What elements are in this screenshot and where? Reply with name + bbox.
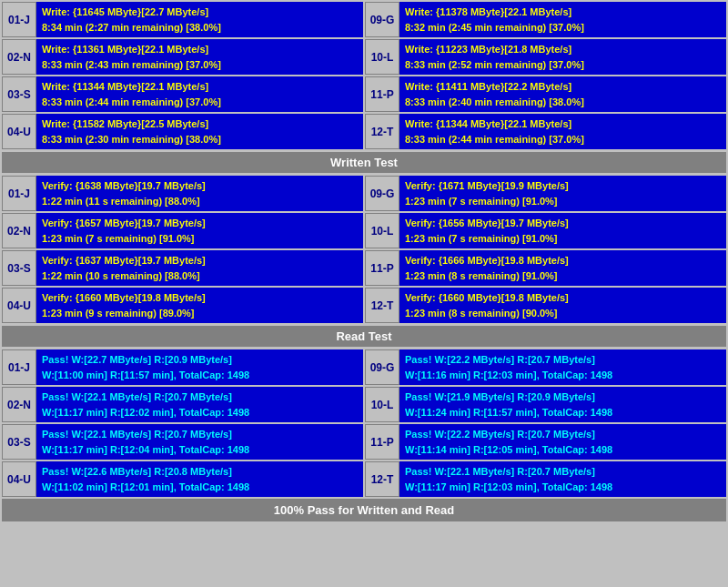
left-label-1: 02-N [2, 213, 36, 248]
right-label-1: 10-L [365, 213, 399, 248]
left-content-0: Write: {11645 MByte}[22.7 MByte/s]8:34 m… [36, 2, 363, 37]
right-content-2: Write: {11411 MByte}[22.2 MByte/s]8:33 m… [399, 76, 726, 112]
left-cell-0: 01-JVerify: {1638 MByte}[19.7 MByte/s]1:… [2, 176, 363, 211]
grid-row-1: 02-NWrite: {11361 MByte}[22.1 MByte/s]8:… [2, 39, 726, 75]
left-label-2: 03-S [2, 424, 36, 460]
left-label-1: 02-N [2, 387, 36, 422]
left-cell-0: 01-JPass! W:[22.7 MByte/s] R:[20.9 MByte… [2, 349, 363, 385]
right-cell-1: 10-LVerify: {1656 MByte}[19.7 MByte/s]1:… [365, 213, 726, 248]
write-section: 01-JWrite: {11645 MByte}[22.7 MByte/s]8:… [2, 2, 726, 149]
grid-row-0: 01-JWrite: {11645 MByte}[22.7 MByte/s]8:… [2, 2, 726, 37]
right-content-3: Pass! W:[22.1 MByte/s] R:[20.7 MByte/s]W… [399, 461, 726, 497]
right-content-3: Write: {11344 MByte}[22.1 MByte/s]8:33 m… [399, 114, 726, 149]
right-label-3: 12-T [365, 288, 399, 323]
right-content-2: Pass! W:[22.2 MByte/s] R:[20.7 MByte/s]W… [399, 424, 726, 460]
left-content-0: Verify: {1638 MByte}[19.7 MByte/s]1:22 m… [36, 176, 363, 211]
left-content-3: Pass! W:[22.6 MByte/s] R:[20.8 MByte/s]W… [36, 461, 363, 497]
left-label-0: 01-J [2, 2, 36, 37]
grid-row-2: 03-SPass! W:[22.1 MByte/s] R:[20.7 MByte… [2, 424, 726, 460]
read-test-header: Read Test [2, 326, 726, 347]
left-label-3: 04-U [2, 288, 36, 323]
left-content-2: Pass! W:[22.1 MByte/s] R:[20.7 MByte/s]W… [36, 424, 363, 460]
right-label-2: 11-P [365, 76, 399, 112]
left-label-2: 03-S [2, 76, 36, 112]
right-label-1: 10-L [365, 387, 399, 422]
right-cell-2: 11-PWrite: {11411 MByte}[22.2 MByte/s]8:… [365, 76, 726, 112]
right-cell-0: 09-GWrite: {11378 MByte}[22.1 MByte/s]8:… [365, 2, 726, 37]
grid-row-1: 02-NVerify: {1657 MByte}[19.7 MByte/s]1:… [2, 213, 726, 248]
left-label-3: 04-U [2, 461, 36, 497]
main-container: 01-JWrite: {11645 MByte}[22.7 MByte/s]8:… [0, 0, 728, 523]
pass-section: 01-JPass! W:[22.7 MByte/s] R:[20.9 MByte… [2, 349, 726, 497]
left-cell-3: 04-UPass! W:[22.6 MByte/s] R:[20.8 MByte… [2, 461, 363, 497]
left-label-0: 01-J [2, 176, 36, 211]
right-label-2: 11-P [365, 424, 399, 460]
right-label-0: 09-G [365, 349, 399, 385]
footer-bar: 100% Pass for Written and Read [2, 499, 726, 521]
right-cell-3: 12-TVerify: {1660 MByte}[19.8 MByte/s]1:… [365, 288, 726, 323]
grid-row-3: 04-UWrite: {11582 MByte}[22.5 MByte/s]8:… [2, 114, 726, 149]
grid-row-3: 04-UVerify: {1660 MByte}[19.8 MByte/s]1:… [2, 288, 726, 323]
right-content-1: Verify: {1656 MByte}[19.7 MByte/s]1:23 m… [399, 213, 726, 248]
left-cell-2: 03-SVerify: {1637 MByte}[19.7 MByte/s]1:… [2, 250, 363, 286]
left-content-1: Verify: {1657 MByte}[19.7 MByte/s]1:23 m… [36, 213, 363, 248]
left-label-3: 04-U [2, 114, 36, 149]
right-label-3: 12-T [365, 461, 399, 497]
right-cell-0: 09-GVerify: {1671 MByte}[19.9 MByte/s]1:… [365, 176, 726, 211]
left-content-0: Pass! W:[22.7 MByte/s] R:[20.9 MByte/s]W… [36, 349, 363, 385]
left-cell-1: 02-NVerify: {1657 MByte}[19.7 MByte/s]1:… [2, 213, 363, 248]
right-content-1: Write: {11223 MByte}[21.8 MByte/s]8:33 m… [399, 39, 726, 75]
grid-row-3: 04-UPass! W:[22.6 MByte/s] R:[20.8 MByte… [2, 461, 726, 497]
right-cell-2: 11-PPass! W:[22.2 MByte/s] R:[20.7 MByte… [365, 424, 726, 460]
right-label-0: 09-G [365, 176, 399, 211]
grid-row-1: 02-NPass! W:[22.1 MByte/s] R:[20.7 MByte… [2, 387, 726, 422]
right-cell-1: 10-LPass! W:[21.9 MByte/s] R:[20.9 MByte… [365, 387, 726, 422]
left-label-2: 03-S [2, 250, 36, 286]
left-label-0: 01-J [2, 349, 36, 385]
left-content-3: Write: {11582 MByte}[22.5 MByte/s]8:33 m… [36, 114, 363, 149]
left-cell-3: 04-UVerify: {1660 MByte}[19.8 MByte/s]1:… [2, 288, 363, 323]
left-cell-2: 03-SWrite: {11344 MByte}[22.1 MByte/s]8:… [2, 76, 363, 112]
grid-row-0: 01-JVerify: {1638 MByte}[19.7 MByte/s]1:… [2, 176, 726, 211]
right-content-0: Write: {11378 MByte}[22.1 MByte/s]8:32 m… [399, 2, 726, 37]
left-content-1: Write: {11361 MByte}[22.1 MByte/s]8:33 m… [36, 39, 363, 75]
left-cell-1: 02-NWrite: {11361 MByte}[22.1 MByte/s]8:… [2, 39, 363, 75]
verify-section: 01-JVerify: {1638 MByte}[19.7 MByte/s]1:… [2, 176, 726, 323]
written-test-header: Written Test [2, 152, 726, 173]
grid-row-0: 01-JPass! W:[22.7 MByte/s] R:[20.9 MByte… [2, 349, 726, 385]
left-cell-3: 04-UWrite: {11582 MByte}[22.5 MByte/s]8:… [2, 114, 363, 149]
left-content-1: Pass! W:[22.1 MByte/s] R:[20.7 MByte/s]W… [36, 387, 363, 422]
left-cell-1: 02-NPass! W:[22.1 MByte/s] R:[20.7 MByte… [2, 387, 363, 422]
right-cell-3: 12-TPass! W:[22.1 MByte/s] R:[20.7 MByte… [365, 461, 726, 497]
left-cell-0: 01-JWrite: {11645 MByte}[22.7 MByte/s]8:… [2, 2, 363, 37]
grid-row-2: 03-SVerify: {1637 MByte}[19.7 MByte/s]1:… [2, 250, 726, 286]
right-cell-1: 10-LWrite: {11223 MByte}[21.8 MByte/s]8:… [365, 39, 726, 75]
right-cell-2: 11-PVerify: {1666 MByte}[19.8 MByte/s]1:… [365, 250, 726, 286]
left-cell-2: 03-SPass! W:[22.1 MByte/s] R:[20.7 MByte… [2, 424, 363, 460]
left-label-1: 02-N [2, 39, 36, 75]
grid-row-2: 03-SWrite: {11344 MByte}[22.1 MByte/s]8:… [2, 76, 726, 112]
left-content-2: Verify: {1637 MByte}[19.7 MByte/s]1:22 m… [36, 250, 363, 286]
right-label-2: 11-P [365, 250, 399, 286]
right-content-2: Verify: {1666 MByte}[19.8 MByte/s]1:23 m… [399, 250, 726, 286]
right-content-1: Pass! W:[21.9 MByte/s] R:[20.9 MByte/s]W… [399, 387, 726, 422]
right-content-0: Pass! W:[22.2 MByte/s] R:[20.7 MByte/s]W… [399, 349, 726, 385]
right-content-3: Verify: {1660 MByte}[19.8 MByte/s]1:23 m… [399, 288, 726, 323]
right-cell-0: 09-GPass! W:[22.2 MByte/s] R:[20.7 MByte… [365, 349, 726, 385]
right-label-0: 09-G [365, 2, 399, 37]
right-label-1: 10-L [365, 39, 399, 75]
right-cell-3: 12-TWrite: {11344 MByte}[22.1 MByte/s]8:… [365, 114, 726, 149]
left-content-2: Write: {11344 MByte}[22.1 MByte/s]8:33 m… [36, 76, 363, 112]
right-content-0: Verify: {1671 MByte}[19.9 MByte/s]1:23 m… [399, 176, 726, 211]
right-label-3: 12-T [365, 114, 399, 149]
left-content-3: Verify: {1660 MByte}[19.8 MByte/s]1:23 m… [36, 288, 363, 323]
